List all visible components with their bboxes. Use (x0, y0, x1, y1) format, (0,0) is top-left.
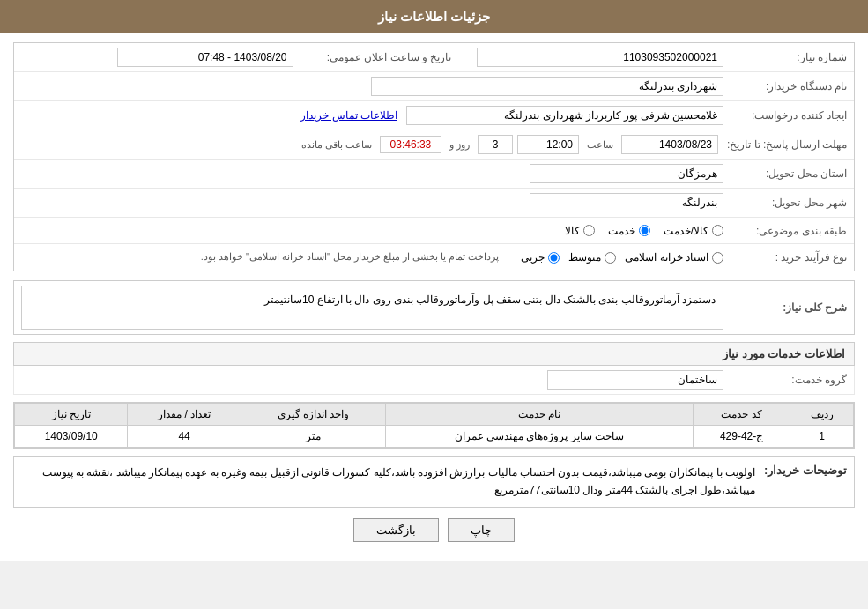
deadline-remaining-label: ساعت باقی مانده (301, 139, 372, 151)
deadline-date-input[interactable] (621, 135, 718, 154)
notes-text: اولویت با پیمانکاران بومی میباشد،قیمت بد… (21, 464, 755, 500)
announce-datetime-input[interactable] (117, 48, 293, 67)
city-input[interactable] (530, 193, 723, 212)
category-radio-khadmat[interactable] (639, 225, 650, 236)
back-button[interactable]: بازگشت (353, 518, 439, 542)
need-number-value-cell (452, 48, 724, 67)
cell-date: 1403/09/10 (15, 426, 128, 448)
col-unit: واحد اندازه گیری (241, 404, 385, 426)
deadline-datetime-group: ساعت روز و 03:46:33 ساعت باقی مانده (298, 135, 718, 154)
col-row-number: ردیف (790, 404, 854, 426)
need-number-label: شماره نیاز: (723, 51, 847, 63)
cell-service-code: ج-42-429 (693, 426, 790, 448)
service-group-value-cell (21, 370, 723, 390)
notes-label: توضیحات خریدار: (755, 464, 847, 477)
col-quantity: تعداد / مقدار (128, 404, 241, 426)
description-label: شرح کلی نیاز: (723, 301, 847, 314)
process-options-group: اسناد خزانه اسلامی متوسط جزیی پرداخت تما… (201, 251, 723, 264)
province-row: استان محل تحویل: (14, 160, 854, 189)
button-row: چاپ بازگشت (13, 508, 855, 553)
city-label: شهر محل تحویل: (723, 197, 847, 209)
process-radio-jozi[interactable] (548, 252, 560, 264)
category-value-cell: کالا/خدمت خدمت کالا (21, 225, 723, 237)
deadline-time-input[interactable] (517, 135, 579, 154)
description-row: شرح کلی نیاز: دستمزد آرماتوروقالب بندی ب… (13, 280, 855, 335)
process-row: نوع فرآیند خرید : اسناد خزانه اسلامی متو… (14, 244, 854, 271)
category-radio-kala[interactable] (583, 225, 595, 236)
service-group-row: گروه خدمت: (13, 366, 855, 395)
page-title: جزئیات اطلاعات نیاز (378, 9, 490, 24)
deadline-value-cell: ساعت روز و 03:46:33 ساعت باقی مانده (21, 135, 718, 154)
table-header-row: ردیف کد خدمت نام خدمت واحد اندازه گیری ت… (15, 404, 854, 426)
creator-value-cell: اطلاعات تماس خریدار (21, 106, 723, 125)
province-label: استان محل تحویل: (723, 167, 847, 180)
description-text: دستمزد آرماتوروقالب بندی بالشتک دال بتنی… (21, 286, 723, 330)
process-radio-esnad[interactable] (712, 252, 723, 264)
buyer-name-row: نام دستگاه خریدار: (14, 72, 854, 101)
description-value-cell: دستمزد آرماتوروقالب بندی بالشتک دال بتنی… (21, 286, 723, 330)
category-option-kala-khadmat[interactable]: کالا/خدمت (664, 225, 723, 237)
process-radio-motavasset[interactable] (605, 252, 616, 264)
print-button[interactable]: چاپ (448, 518, 515, 542)
process-option-motavasset[interactable]: متوسط (568, 251, 616, 264)
deadline-days-input[interactable] (478, 135, 513, 154)
service-info-title: اطلاعات خدمات مورد نیاز (13, 342, 855, 366)
announce-datetime-label: تاریخ و ساعت اعلان عمومی: (293, 51, 452, 63)
cell-quantity: 44 (128, 426, 241, 448)
need-number-row: شماره نیاز: تاریخ و ساعت اعلان عمومی: (14, 43, 854, 72)
process-label: نوع فرآیند خرید : (723, 251, 847, 264)
category-radio-group: کالا/خدمت خدمت کالا (565, 225, 723, 237)
process-option-esnad[interactable]: اسناد خزانه اسلامی (625, 251, 723, 264)
service-group-input[interactable] (547, 370, 723, 390)
province-input[interactable] (530, 164, 723, 183)
province-value-cell (21, 164, 723, 183)
process-note: پرداخت تمام یا بخشی از مبلغ خریداز محل "… (201, 251, 500, 263)
service-group-label: گروه خدمت: (723, 374, 847, 386)
process-option-jozi[interactable]: جزیی (521, 251, 560, 264)
city-row: شهر محل تحویل: (14, 189, 854, 218)
col-date: تاریخ نیاز (15, 404, 128, 426)
buyer-name-input[interactable] (371, 77, 723, 96)
services-table: ردیف کد خدمت نام خدمت واحد اندازه گیری ت… (14, 403, 854, 448)
category-option-khadmat[interactable]: خدمت (608, 225, 650, 237)
buyer-name-label: نام دستگاه خریدار: (723, 80, 847, 93)
cell-service-name: ساخت سایر پروژه‌های مهندسی عمران (386, 426, 694, 448)
announce-datetime-value-cell (21, 48, 293, 67)
deadline-remaining-timer: 03:46:33 (380, 136, 441, 153)
col-service-name: نام خدمت (386, 404, 694, 426)
deadline-days-label: روز و (449, 139, 470, 151)
content-area: شماره نیاز: تاریخ و ساعت اعلان عمومی: نا… (0, 33, 868, 561)
creator-contact-link[interactable]: اطلاعات تماس خریدار (300, 109, 397, 122)
page-header: جزئیات اطلاعات نیاز (0, 0, 868, 33)
deadline-label: مهلت ارسال پاسخ: تا تاریخ: (718, 138, 847, 151)
col-service-code: کد خدمت (693, 404, 790, 426)
need-number-input[interactable] (477, 48, 723, 67)
table-row: 1 ج-42-429 ساخت سایر پروژه‌های مهندسی عم… (15, 426, 854, 448)
creator-label: ایجاد کننده درخواست: (723, 109, 847, 122)
category-radio-kala-khadmat[interactable] (712, 225, 723, 236)
category-row: طبقه بندی موضوعی: کالا/خدمت خدمت کالا (14, 218, 854, 244)
notes-section: توضیحات خریدار: اولویت با پیمانکاران بوم… (13, 456, 855, 508)
page-container: جزئیات اطلاعات نیاز شماره نیاز: تاریخ و … (0, 0, 868, 561)
services-table-section: ردیف کد خدمت نام خدمت واحد اندازه گیری ت… (13, 402, 855, 449)
deadline-time-label: ساعت (587, 139, 613, 151)
buyer-name-value-cell (21, 77, 723, 96)
deadline-row: مهلت ارسال پاسخ: تا تاریخ: ساعت روز و 03… (14, 130, 854, 160)
cell-row-number: 1 (790, 426, 854, 448)
process-value-cell: اسناد خزانه اسلامی متوسط جزیی پرداخت تما… (21, 251, 723, 264)
category-option-kala[interactable]: کالا (565, 225, 595, 237)
creator-input[interactable] (406, 106, 723, 125)
cell-unit: متر (241, 426, 385, 448)
main-info-section: شماره نیاز: تاریخ و ساعت اعلان عمومی: نا… (13, 42, 855, 271)
creator-row: ایجاد کننده درخواست: اطلاعات تماس خریدار (14, 101, 854, 130)
category-label: طبقه بندی موضوعی: (723, 225, 847, 237)
city-value-cell (21, 193, 723, 212)
